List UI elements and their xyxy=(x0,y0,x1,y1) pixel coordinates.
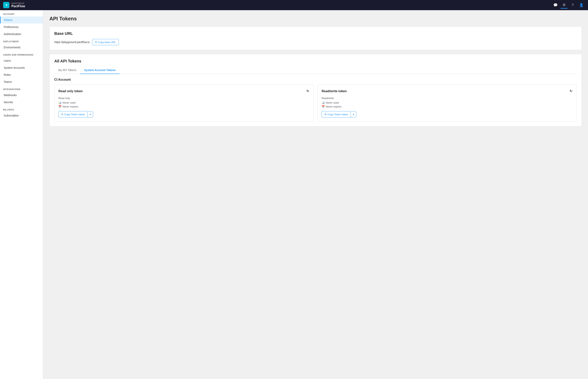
settings-icon-button[interactable]: ⚙ xyxy=(561,1,568,9)
sidebar-item-webhooks[interactable]: Webhooks xyxy=(0,92,43,99)
navbar: ✦ SMARTBEAR PactFlow 💬 ⚙ ? 👤 xyxy=(0,0,588,10)
sidebar-item-environments[interactable]: Environments xyxy=(0,44,43,51)
read-write-type-label: Read/write xyxy=(322,97,573,100)
read-only-type-label: Read only xyxy=(58,97,309,100)
all-api-tokens-card: All API Tokens My API Tokens System Acco… xyxy=(50,54,582,126)
sidebar-item-authentication[interactable]: Authentication xyxy=(0,31,43,38)
logo-icon: ✦ xyxy=(3,2,9,8)
copy-icon: ⧉ xyxy=(95,41,97,44)
read-only-token-actions: ⧉ Copy Token Value ▾ xyxy=(58,111,309,117)
all-tokens-title: All API Tokens xyxy=(54,59,577,63)
read-only-token-title: Read only token xyxy=(58,90,83,93)
read-write-copy-token-button[interactable]: ⧉ Copy Token Value xyxy=(322,111,351,117)
sidebar-item-roles[interactable]: Roles xyxy=(0,71,43,78)
sidebar-section-account: ACCOUNT xyxy=(0,10,43,16)
read-write-token-header: Read/write token ↻ xyxy=(322,89,573,94)
base-url-card: Base URL https://playground.pactflow.io … xyxy=(50,26,582,50)
app-body: ACCOUNT Tokens Preferences Authenticatio… xyxy=(0,10,588,379)
product-name: PactFlow xyxy=(11,4,25,8)
read-only-refresh-icon[interactable]: ↻ xyxy=(306,89,309,94)
sidebar-item-system-accounts-label: System Accounts xyxy=(4,66,25,69)
navbar-actions: 💬 ⚙ ? 👤 xyxy=(552,1,585,9)
read-write-expires: 📅 Never expires xyxy=(322,105,573,108)
sidebar-item-roles-label: Roles xyxy=(4,73,11,76)
read-only-copy-label: Copy Token Value xyxy=(64,113,85,116)
main-content: API Tokens Base URL https://playground.p… xyxy=(43,10,588,379)
sidebar-item-teams-label: Teams xyxy=(4,80,12,83)
calendar-icon: 📅 xyxy=(58,105,62,108)
base-url-value: https://playground.pactflow.io xyxy=(54,41,90,44)
chevron-down-icon-2: ▾ xyxy=(353,113,354,116)
chevron-down-icon: ▾ xyxy=(90,113,91,116)
tabs-row: My API Tokens System Account Tokens xyxy=(54,66,577,74)
sidebar-item-preferences-label: Preferences xyxy=(4,25,18,29)
read-only-expires: 📅 Never expires xyxy=(58,105,309,108)
read-write-token-dropdown-button[interactable]: ▾ xyxy=(351,111,356,117)
sidebar-section-users-permissions: USERS AND PERMISSIONS xyxy=(0,51,43,57)
chart-icon-2: 📊 xyxy=(322,101,325,104)
sidebar: ACCOUNT Tokens Preferences Authenticatio… xyxy=(0,10,43,379)
read-write-token-actions: ⧉ Copy Token Value ▾ xyxy=(322,111,573,117)
read-only-last-used: 📊 Never used xyxy=(58,101,309,104)
copy-token-icon: ⧉ xyxy=(61,113,63,116)
company-name: SMARTBEAR xyxy=(11,2,25,4)
read-only-token-dropdown-button[interactable]: ▾ xyxy=(87,111,93,117)
read-write-last-used: 📊 Never used xyxy=(322,101,573,104)
sidebar-section-deployment: DEPLOYMENT xyxy=(0,38,43,44)
read-write-token-card: Read/write token ↻ Read/write 📊 Never us… xyxy=(318,85,577,122)
sidebar-section-integrations: INTEGRATIONS xyxy=(0,85,43,92)
tab-system-account-tokens[interactable]: System Account Tokens xyxy=(80,66,119,74)
sidebar-item-tokens[interactable]: Tokens xyxy=(0,16,43,23)
calendar-icon-2: 📅 xyxy=(322,105,325,108)
sidebar-item-environments-label: Environments xyxy=(4,46,21,49)
sidebar-item-webhooks-label: Webhooks xyxy=(4,94,17,97)
sidebar-item-tokens-label: Tokens xyxy=(4,18,12,22)
tab-my-api-tokens[interactable]: My API Tokens xyxy=(54,66,80,74)
chart-icon: 📊 xyxy=(58,101,62,104)
brand-logo: ✦ SMARTBEAR PactFlow xyxy=(3,2,25,8)
sidebar-item-subscription-label: Subscription xyxy=(4,114,19,117)
sidebar-item-system-accounts[interactable]: System Accounts xyxy=(0,64,43,71)
sidebar-item-secrets-label: Secrets xyxy=(4,101,13,104)
brand-title: SMARTBEAR PactFlow xyxy=(11,2,25,8)
sidebar-item-preferences[interactable]: Preferences xyxy=(0,23,43,31)
read-only-copy-token-button[interactable]: ⧉ Copy Token Value xyxy=(58,111,87,117)
user-icon-button[interactable]: 👤 xyxy=(578,1,585,9)
read-only-token-card: Read only token ↻ Read only 📊 Never used… xyxy=(54,85,314,122)
sidebar-item-subscription[interactable]: Subscription xyxy=(0,112,43,119)
chat-icon-button[interactable]: 💬 xyxy=(552,1,559,9)
copy-base-url-button[interactable]: ⧉ Copy base URL xyxy=(92,39,119,45)
read-only-token-header: Read only token ↻ xyxy=(58,89,309,94)
copy-base-url-label: Copy base URL xyxy=(98,41,116,44)
base-url-title: Base URL xyxy=(54,31,577,36)
page-title: API Tokens xyxy=(50,16,582,22)
token-grid: Read only token ↻ Read only 📊 Never used… xyxy=(54,85,577,122)
ci-account-label: CI Account xyxy=(54,78,577,81)
sidebar-item-users-label: Users xyxy=(4,59,11,62)
sidebar-item-authentication-label: Authentication xyxy=(4,32,21,36)
read-write-copy-label: Copy Token Value xyxy=(328,113,348,116)
read-write-refresh-icon[interactable]: ↻ xyxy=(569,89,573,94)
read-write-token-title: Read/write token xyxy=(322,90,347,93)
sidebar-item-teams[interactable]: Teams xyxy=(0,78,43,85)
sidebar-item-users[interactable]: Users xyxy=(0,57,43,64)
help-icon-button[interactable]: ? xyxy=(569,1,576,9)
copy-token-icon-2: ⧉ xyxy=(325,113,326,116)
base-url-row: https://playground.pactflow.io ⧉ Copy ba… xyxy=(54,39,577,45)
sidebar-section-billings: BILLINGS xyxy=(0,106,43,112)
sidebar-item-secrets[interactable]: Secrets xyxy=(0,99,43,106)
